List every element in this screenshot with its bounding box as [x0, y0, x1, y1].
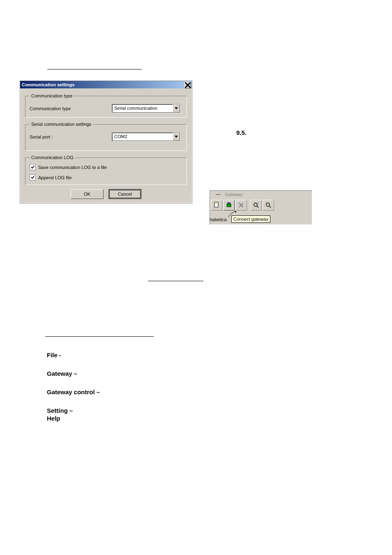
communication-type-group: Communication type Communication type Se… — [25, 93, 187, 118]
menu-names-block: File - Gateway – Gateway control – Setti… — [47, 352, 100, 434]
group-legend: Communication type — [30, 93, 74, 98]
ok-button[interactable]: OK — [71, 189, 104, 199]
close-icon[interactable] — [184, 82, 191, 88]
disconnect-icon[interactable] — [235, 200, 247, 210]
label-help: Help — [47, 415, 100, 421]
heading-underline-2 — [148, 281, 203, 281]
chevron-down-icon[interactable] — [173, 104, 180, 113]
svg-point-4 — [266, 203, 270, 206]
toolbar-snippet: Gateway — [210, 190, 312, 224]
communication-type-select[interactable]: Serial communication — [112, 104, 180, 113]
serial-settings-group: Serial communication settings Serial por… — [25, 122, 187, 151]
label-setting: Setting – — [47, 407, 100, 414]
communication-settings-dialog: Communication settings Communication typ… — [20, 81, 192, 204]
chevron-down-icon[interactable] — [173, 133, 180, 141]
snippet-menubar: Gateway — [216, 191, 245, 198]
svg-point-3 — [254, 203, 257, 206]
snippet-side-text: habetica — [210, 217, 227, 222]
serial-port-select[interactable]: COM2 — [112, 132, 180, 141]
append-log-label: Append LOG file — [38, 175, 71, 180]
combo-value: COM2 — [112, 133, 173, 141]
group-legend: Communication LOG — [30, 155, 75, 160]
connect-gateway-icon[interactable] — [223, 200, 235, 210]
label-gateway-control: Gateway control – — [47, 389, 100, 395]
svg-rect-2 — [228, 203, 230, 204]
svg-rect-1 — [227, 204, 231, 207]
heading-underline-1 — [47, 69, 142, 69]
serial-port-label: Serial port : — [30, 134, 112, 139]
dialog-title: Communication settings — [22, 82, 74, 87]
upload-icon[interactable] — [263, 200, 274, 210]
menu-handle-icon — [216, 194, 221, 195]
snippet-toolbar — [211, 200, 274, 210]
group-legend: Serial communication settings — [30, 122, 93, 127]
cancel-button[interactable]: Cancel — [108, 189, 141, 199]
new-document-icon[interactable] — [211, 200, 222, 210]
communication-type-label: Communication type — [30, 106, 112, 111]
dialog-titlebar[interactable]: Communication settings — [20, 81, 192, 88]
save-log-checkbox[interactable] — [30, 164, 36, 170]
append-log-checkbox[interactable] — [30, 174, 36, 180]
download-icon[interactable] — [250, 200, 262, 210]
save-log-label: Save communication LOG to a file — [38, 165, 107, 170]
communication-log-group: Communication LOG Save communication LOG… — [25, 155, 187, 185]
menu-gateway[interactable]: Gateway — [222, 191, 245, 198]
section-number: 9.5. — [236, 129, 247, 136]
tooltip: Connect gateway — [231, 215, 270, 223]
label-gateway: Gateway – — [47, 370, 100, 377]
heading-underline-3 — [45, 336, 154, 337]
label-file: File - — [47, 352, 100, 358]
dialog-body: Communication type Communication type Se… — [20, 88, 192, 203]
combo-value: Serial communication — [112, 104, 173, 113]
